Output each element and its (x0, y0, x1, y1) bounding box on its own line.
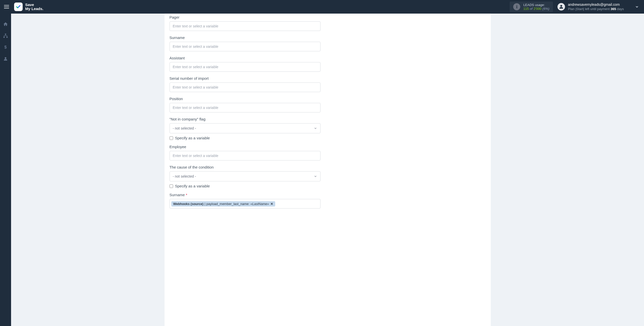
form-section: Pager Surname Assistant Serial number of… (170, 14, 320, 209)
field-serial: Serial number of import (170, 76, 320, 92)
assistant-label: Assistant (170, 56, 320, 60)
sidebar: $ (0, 14, 11, 326)
surname-req-input[interactable]: Webhooks (source) | payload_member_last_… (170, 199, 320, 209)
profile-icon[interactable] (2, 55, 9, 62)
surname-input[interactable] (170, 42, 320, 51)
leads-usage-text: LEADS usage: 115 of 2'000 (6%) (523, 3, 549, 11)
field-employee: Employee (170, 145, 320, 160)
not-in-company-variable-label[interactable]: Specify as a variable (175, 136, 210, 140)
variable-token: Webhooks (source) | payload_member_last_… (171, 201, 275, 207)
not-in-company-variable-row: Specify as a variable (170, 136, 320, 140)
logo-text: Save My Leads. (25, 3, 44, 11)
assistant-input[interactable] (170, 62, 320, 72)
user-menu-chevron-down-icon[interactable] (634, 4, 640, 10)
pager-input[interactable] (170, 21, 320, 31)
field-cause: The cause of the condition - not selecte… (170, 165, 320, 188)
not-in-company-variable-checkbox[interactable] (170, 136, 173, 140)
svg-text:$: $ (4, 45, 7, 50)
check-icon (16, 4, 21, 9)
user-text: andrewsavemyleads@gmail.com Plan |Start|… (568, 3, 624, 11)
not-in-company-label: "Not in company" flag (170, 117, 320, 121)
serial-label: Serial number of import (170, 76, 320, 80)
topbar: Save My Leads. i LEADS usage: 115 of 2'0… (0, 0, 644, 14)
leads-usage-widget: i LEADS usage: 115 of 2'000 (6%) (510, 2, 553, 12)
cause-select[interactable]: - not selected - (170, 171, 320, 181)
hamburger-menu-icon[interactable] (4, 3, 11, 10)
position-input[interactable] (170, 103, 320, 112)
field-assistant: Assistant (170, 56, 320, 72)
logo-badge (14, 3, 23, 11)
employee-label: Employee (170, 145, 320, 149)
position-label: Position (170, 97, 320, 101)
pager-label: Pager (170, 15, 320, 19)
home-icon[interactable] (2, 21, 9, 28)
connections-icon[interactable] (2, 32, 9, 39)
svg-point-5 (5, 57, 7, 59)
svg-point-0 (560, 5, 562, 7)
not-in-company-select[interactable]: - not selected - (170, 123, 320, 133)
user-icon (558, 4, 564, 10)
field-surname-required: Surname* Webhooks (source) | payload_mem… (170, 193, 320, 209)
page-container: Pager Surname Assistant Serial number of… (11, 14, 644, 326)
svg-rect-2 (4, 37, 5, 38)
cause-variable-checkbox[interactable] (170, 184, 173, 188)
serial-input[interactable] (170, 83, 320, 92)
cause-variable-label[interactable]: Specify as a variable (175, 184, 210, 188)
chevron-down-icon (314, 127, 317, 130)
user-widget[interactable]: andrewsavemyleads@gmail.com Plan |Start|… (557, 3, 640, 11)
field-pager: Pager (170, 15, 320, 31)
employee-input[interactable] (170, 151, 320, 160)
user-email: andrewsavemyleads@gmail.com (568, 3, 624, 7)
token-remove-icon[interactable]: ✕ (270, 202, 273, 206)
content-card: Pager Surname Assistant Serial number of… (165, 14, 491, 326)
info-icon[interactable]: i (513, 3, 520, 10)
field-not-in-company: "Not in company" flag - not selected - S… (170, 117, 320, 140)
cause-variable-row: Specify as a variable (170, 184, 320, 188)
surname-label: Surname (170, 35, 320, 40)
field-surname: Surname (170, 35, 320, 51)
logo[interactable]: Save My Leads. (14, 3, 44, 11)
chevron-down-icon (314, 175, 317, 178)
field-position: Position (170, 97, 320, 112)
surname-req-label: Surname* (170, 193, 320, 197)
billing-icon[interactable]: $ (2, 44, 9, 51)
svg-rect-1 (5, 34, 6, 35)
avatar-icon (557, 3, 565, 11)
cause-label: The cause of the condition (170, 165, 320, 169)
svg-rect-3 (6, 37, 8, 38)
